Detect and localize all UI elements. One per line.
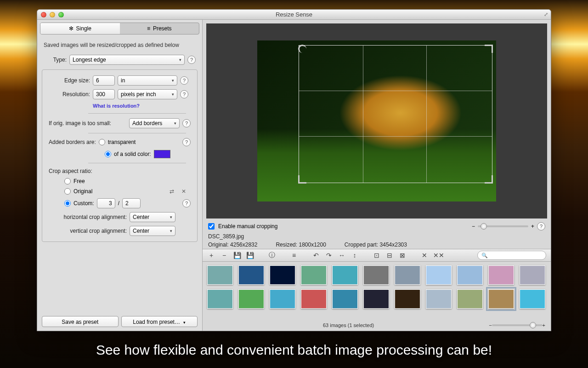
crop-clear-icon[interactable]: ⊠ (398, 252, 407, 259)
aspect-w-input[interactable] (97, 198, 115, 208)
aspect-free-radio[interactable] (64, 178, 71, 184)
thumbnail[interactable] (301, 289, 327, 309)
thumbnail[interactable] (238, 289, 264, 309)
help-button[interactable]: ? (182, 119, 191, 127)
zoom-in-button[interactable]: + (543, 322, 545, 328)
thumbnail[interactable] (488, 289, 514, 309)
thumbnail[interactable] (395, 289, 420, 309)
crop-handle-tr[interactable] (485, 45, 493, 53)
chevron-down-icon: ▾ (172, 92, 174, 97)
rotate-left-icon[interactable]: ↶ (312, 252, 320, 259)
too-small-select[interactable]: Add borders▾ (129, 118, 180, 128)
thumbnail[interactable] (488, 265, 514, 285)
chevron-down-icon: ▾ (179, 58, 181, 62)
thumbnail[interactable] (207, 289, 233, 309)
border-color-swatch[interactable] (154, 150, 170, 158)
resolution-input[interactable] (93, 89, 115, 99)
thumbnail[interactable] (426, 289, 452, 309)
thumbnail[interactable] (457, 265, 483, 285)
halign-select[interactable]: Center▾ (130, 212, 175, 222)
thumbnail[interactable] (270, 289, 295, 309)
original-info: Original: 4256x2832 (208, 242, 257, 248)
zoom-out-button[interactable]: − (489, 322, 492, 328)
marketing-caption: See how flexible and convenient batch im… (0, 342, 588, 358)
valign-select[interactable]: Center▾ (130, 226, 175, 236)
crop-reset-icon[interactable]: ⊟ (385, 252, 394, 259)
thumbnail[interactable] (363, 265, 389, 285)
thumbnail[interactable] (520, 289, 545, 309)
image-preview[interactable] (206, 23, 547, 218)
edge-size-input[interactable] (93, 75, 115, 86)
help-button[interactable]: ? (180, 76, 188, 85)
tab-label: Presets (153, 25, 172, 32)
crop-rect[interactable] (299, 45, 492, 183)
thumbnail[interactable] (363, 289, 389, 309)
fullscreen-icon[interactable]: ⤢ (544, 12, 548, 17)
enable-crop-label: Enable manual cropping (218, 223, 277, 230)
flip-v-icon[interactable]: ↕ (351, 252, 359, 259)
add-icon[interactable]: + (207, 252, 215, 259)
tab-presets[interactable]: ≡ Presets (120, 23, 199, 34)
thumb-zoom-slider[interactable] (492, 324, 543, 326)
clear-icon[interactable]: ✕ (181, 188, 186, 195)
aspect-label: Crop aspect ratio: (49, 168, 92, 174)
crop-handle-br[interactable] (485, 175, 493, 184)
help-button[interactable]: ? (187, 56, 196, 64)
swap-icon[interactable]: ⇄ (170, 188, 174, 195)
flip-h-icon[interactable]: ↔ (338, 252, 346, 259)
search-input[interactable]: 🔍 (477, 251, 546, 260)
list-icon[interactable]: ≡ (290, 252, 298, 259)
save-icon[interactable]: 💾 (233, 252, 241, 259)
resolution-help-link[interactable]: What is resolution? (93, 103, 140, 109)
edge-unit-select[interactable]: in▾ (118, 75, 177, 86)
save-preset-button[interactable]: Save as preset (42, 316, 119, 327)
type-label: Type: (44, 57, 67, 63)
cancel-icon[interactable]: ✕ (420, 252, 429, 259)
help-button[interactable]: ? (182, 199, 191, 207)
crop-tool-icon[interactable]: ⊡ (373, 252, 381, 259)
load-preset-button[interactable]: Load from preset… ▾ (121, 316, 198, 327)
thumbnail[interactable] (426, 265, 452, 285)
type-select[interactable]: Longest edge▾ (69, 55, 185, 65)
thumbnail[interactable] (270, 265, 295, 285)
thumbnail[interactable] (238, 265, 264, 285)
info-icon[interactable]: ⓘ (268, 251, 276, 259)
cancel-all-icon[interactable]: ✕✕ (433, 252, 441, 259)
aspect-original-radio[interactable] (64, 188, 71, 195)
radio-label: Free (74, 178, 85, 184)
crop-handle-bl[interactable] (298, 175, 306, 184)
crop-handle-tl[interactable] (298, 45, 306, 53)
gear-icon: ✻ (69, 25, 74, 32)
help-button[interactable]: ? (180, 90, 188, 98)
thumbnail[interactable] (332, 265, 358, 285)
enable-crop-checkbox[interactable] (208, 223, 215, 230)
border-solid-radio[interactable] (105, 151, 111, 157)
help-button[interactable]: ? (182, 138, 191, 146)
tab-label: Single (76, 25, 91, 32)
resolution-unit-select[interactable]: pixels per inch▾ (118, 89, 177, 99)
tab-single[interactable]: ✻ Single (40, 23, 120, 34)
save-all-icon[interactable]: 💾 (246, 252, 254, 259)
thumbnail[interactable] (301, 265, 327, 285)
mode-tabs: ✻ Single ≡ Presets (40, 23, 199, 34)
zoom-in-button[interactable]: + (531, 223, 534, 230)
remove-icon[interactable]: − (220, 252, 228, 259)
border-transparent-radio[interactable] (99, 139, 105, 145)
preview-zoom-slider[interactable] (478, 225, 528, 227)
rotate-right-icon[interactable]: ↷ (325, 252, 333, 259)
hint-text: Saved images will be resized/cropped as … (37, 37, 202, 53)
thumbnail[interactable] (332, 289, 358, 309)
ratio-sep: / (118, 200, 119, 207)
borders-label: Added borders are: (49, 139, 96, 145)
thumbnail[interactable] (520, 265, 545, 285)
thumbnail[interactable] (457, 289, 483, 309)
too-small-label: If orig. image is too small: (49, 120, 111, 126)
list-icon: ≡ (147, 25, 150, 32)
thumbnail[interactable] (207, 265, 233, 285)
aspect-custom-radio[interactable] (64, 200, 71, 207)
thumbnail[interactable] (395, 265, 420, 285)
aspect-h-input[interactable] (122, 198, 141, 208)
zoom-out-button[interactable]: − (472, 223, 475, 230)
help-button[interactable]: ? (537, 222, 545, 230)
chevron-down-icon: ▾ (174, 121, 176, 126)
